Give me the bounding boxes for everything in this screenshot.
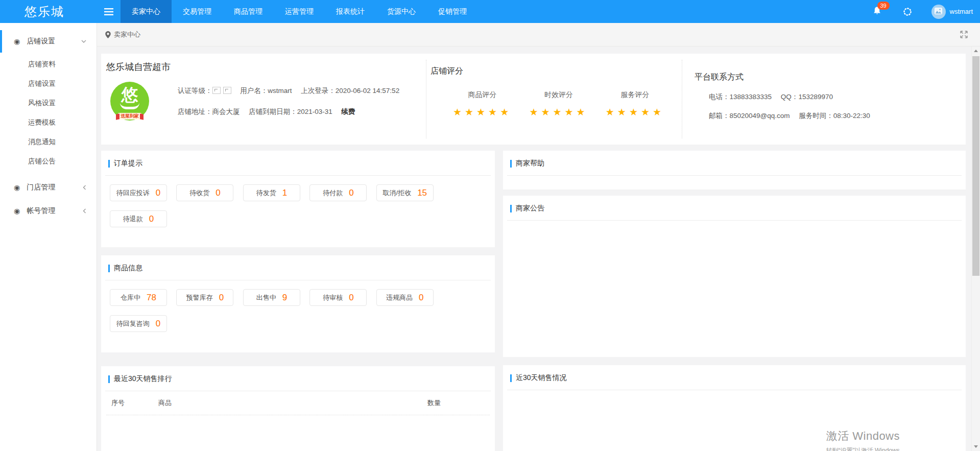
radio-circle-icon: ◉	[14, 184, 20, 191]
shop-name: 悠乐城自营超市	[106, 61, 426, 73]
shop-details: 认证等级： 用户名：wstmart 上次登录：2020-06-02 14:57:…	[178, 82, 399, 128]
tab-supply-center[interactable]: 货源中心	[376, 0, 427, 23]
star-icons: ★★★★★	[453, 106, 512, 118]
username-value: wstmart	[268, 87, 292, 94]
rating-goods: 商品评分 ★★★★★	[453, 90, 512, 118]
user-avatar[interactable]	[931, 5, 946, 19]
tab-promotion-management[interactable]: 促销管理	[427, 0, 478, 23]
stat-button-to-receive[interactable]: 待收货0	[176, 184, 233, 201]
expand-arrows-icon[interactable]	[960, 31, 968, 38]
shop-summary-card: 悠乐城自营超市 悠 送菜到家 认证等级： 用户名：w	[101, 54, 966, 145]
shop-logo-character: 悠	[110, 86, 149, 103]
username-label[interactable]: wstmart	[950, 8, 973, 15]
sidebar-group-label: 帐号管理	[27, 206, 55, 216]
main-nav: 卖家中心 交易管理 商品管理 运营管理 报表统计 货源中心 促销管理	[121, 0, 478, 23]
breadcrumb: 卖家中心	[97, 23, 980, 46]
merchant-help-panel: 商家帮助	[503, 151, 966, 189]
hours-key: 服务时间：	[799, 112, 833, 120]
sidebar-item-freight-template[interactable]: 运费模板	[0, 113, 97, 132]
panel-title: 商家公告	[516, 204, 544, 213]
hours-value: 08:30-22:30	[833, 112, 870, 120]
radio-circle-icon: ◉	[14, 38, 20, 45]
rating-service: 服务评分 ★★★★★	[606, 90, 664, 118]
column-quantity: 数量	[427, 398, 485, 408]
stat-button-low-stock[interactable]: 预警库存0	[176, 289, 233, 306]
stat-button-unanswered-inquiries[interactable]: 待回复咨询0	[110, 315, 167, 332]
sidebar-group-label: 门店管理	[27, 183, 55, 192]
sidebar-item-shop-announcement[interactable]: 店铺公告	[0, 152, 97, 171]
shop-rating-section: 店铺评分 商品评分 ★★★★★ 时效评分 ★★★★★ 服务评分 ★★★★★	[426, 60, 682, 138]
tab-goods-management[interactable]: 商品管理	[223, 0, 274, 23]
qq-value: 153289970	[798, 93, 833, 101]
qq-key: QQ：	[781, 93, 799, 101]
main-scroll-area: 悠乐城自营超市 悠 送菜到家 认证等级： 用户名：w	[97, 46, 980, 451]
phone-key: 电话：	[709, 93, 730, 101]
contact-line-1: 电话：13883383335 QQ：153289970	[695, 92, 966, 102]
sidebar-group-account-management[interactable]: ◉ 帐号管理	[0, 200, 97, 222]
star-icons: ★★★★★	[529, 106, 588, 118]
stat-button-violations[interactable]: 违规商品0	[376, 289, 434, 306]
scrollbar-thumb[interactable]	[972, 56, 979, 276]
notification-button[interactable]: 39	[873, 6, 881, 17]
notification-badge: 39	[877, 2, 890, 10]
panel-title: 订单提示	[114, 159, 142, 168]
app-logo[interactable]: 悠乐城	[0, 0, 97, 23]
sidebar-item-style-settings[interactable]: 风格设置	[0, 93, 97, 113]
tab-operation-management[interactable]: 运营管理	[274, 0, 325, 23]
accent-bar	[510, 205, 512, 212]
panel-title: 近30天销售情况	[516, 373, 567, 383]
hamburger-icon[interactable]	[97, 0, 121, 23]
accent-bar	[510, 160, 512, 168]
stat-button-on-sale[interactable]: 出售中9	[243, 289, 300, 306]
topbar: 悠乐城 卖家中心 交易管理 商品管理 运营管理 报表统计 货源中心 促销管理 3…	[0, 0, 980, 23]
shop-logo-ribbon: 送菜到家	[118, 113, 141, 120]
column-index: 序号	[111, 398, 158, 408]
rating-label: 商品评分	[453, 90, 512, 100]
sales-trend-panel: 近30天销售情况	[503, 365, 966, 451]
star-icons: ★★★★★	[606, 106, 664, 118]
sidebar-item-message-notice[interactable]: 消息通知	[0, 132, 97, 152]
stat-button-refunds[interactable]: 待退款0	[110, 210, 167, 227]
shop-info-section: 悠乐城自营超市 悠 送菜到家 认证等级： 用户名：w	[101, 54, 426, 145]
username-key: 用户名：	[240, 87, 268, 94]
avatar-image-icon	[935, 7, 942, 16]
sales-ranking-panel: 最近30天销售排行 序号 商品 数量	[101, 366, 495, 451]
content-area: 卖家中心 悠乐城自营超市 悠 送菜到家	[97, 23, 980, 451]
broken-image-icon	[223, 87, 231, 94]
stat-button-pending-review[interactable]: 待审核0	[309, 289, 367, 306]
panel-title: 商品信息	[114, 264, 142, 273]
tab-report-statistics[interactable]: 报表统计	[325, 0, 376, 23]
stat-button-cancelled[interactable]: 取消/拒收15	[376, 184, 434, 201]
stat-button-to-pay[interactable]: 待付款0	[309, 184, 367, 201]
cert-level-label: 认证等级：	[178, 87, 212, 94]
order-tips-panel: 订单提示 待回应投诉0 待收货0 待发货1 待付款0 取消/拒收15 待退款0	[101, 151, 495, 247]
merchant-announcement-panel: 商家公告	[503, 196, 966, 357]
stat-button-in-warehouse[interactable]: 仓库中78	[110, 289, 167, 306]
sidebar-group-shop-settings[interactable]: ◉ 店铺设置	[0, 30, 97, 53]
chevron-left-icon	[83, 208, 86, 213]
tab-trade-management[interactable]: 交易管理	[172, 0, 223, 23]
last-login-key: 上次登录：	[301, 87, 336, 94]
sidebar-item-shop-settings[interactable]: 店铺设置	[0, 74, 97, 93]
stat-button-to-ship[interactable]: 待发货1	[243, 184, 300, 201]
refresh-spinner-icon[interactable]	[903, 7, 912, 16]
panel-title: 最近30天销售排行	[114, 374, 172, 384]
scroll-up-arrow-icon[interactable]	[972, 46, 980, 55]
accent-bar	[510, 374, 512, 382]
tab-seller-center[interactable]: 卖家中心	[121, 0, 172, 23]
radio-circle-icon: ◉	[14, 207, 20, 215]
renew-link[interactable]: 续费	[342, 108, 355, 115]
rating-title: 店铺评分	[431, 66, 682, 77]
sidebar-submenu-shop-settings: 店铺资料 店铺设置 风格设置 运费模板 消息通知 店铺公告	[0, 53, 97, 176]
stat-button-complaints[interactable]: 待回应投诉0	[110, 184, 167, 201]
shop-details-line-2: 店铺地址：商会大厦 店铺到期日期：2021-03-31 续费	[178, 107, 399, 116]
vertical-scrollbar[interactable]	[971, 46, 980, 451]
sidebar-group-store-management[interactable]: ◉ 门店管理	[0, 176, 97, 199]
topbar-right: 39 wstmart	[873, 0, 980, 23]
expire-value: 2021-03-31	[297, 108, 332, 115]
panel-title: 商家帮助	[516, 159, 544, 168]
platform-contact-section: 平台联系方式 电话：13883383335 QQ：153289970 邮箱：85…	[682, 54, 966, 145]
last-login-value: 2020-06-02 14:57:52	[336, 87, 399, 94]
scroll-down-arrow-icon[interactable]	[972, 442, 980, 451]
sidebar-item-shop-profile[interactable]: 店铺资料	[0, 55, 97, 74]
